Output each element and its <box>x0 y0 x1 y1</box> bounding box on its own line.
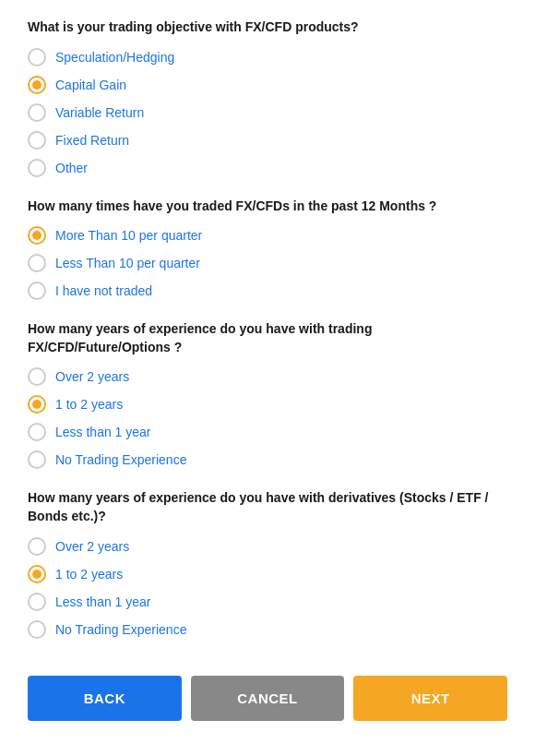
radio-input-1_to_2_years_fx[interactable] <box>28 395 46 414</box>
radio-option-not_traded[interactable]: I have not traded <box>28 282 507 300</box>
radio-label-1_to_2_years_der: 1 to 2 years <box>55 567 123 582</box>
radio-label-other: Other <box>55 161 88 175</box>
radio-option-less_than_1_der[interactable]: Less than 1 year <box>28 593 507 611</box>
radio-input-variable_return[interactable] <box>28 103 46 122</box>
radio-label-fixed_return: Fixed Return <box>55 133 129 148</box>
back-button[interactable]: BACK <box>28 676 182 721</box>
radio-option-1_to_2_years_fx[interactable]: 1 to 2 years <box>28 395 507 414</box>
question-block-derivatives_experience: How many years of experience do you have… <box>28 489 507 638</box>
cancel-button[interactable]: CANCEL <box>191 676 345 721</box>
radio-option-variable_return[interactable]: Variable Return <box>28 103 507 122</box>
radio-input-speculation_hedging[interactable] <box>28 48 46 66</box>
question-label-derivatives_experience: How many years of experience do you have… <box>28 489 507 525</box>
radio-input-more_than_10[interactable] <box>28 226 46 245</box>
radio-input-fixed_return[interactable] <box>28 131 46 150</box>
radio-option-no_experience_der[interactable]: No Trading Experience <box>28 620 507 639</box>
radio-label-not_traded: I have not traded <box>55 283 152 298</box>
radio-input-1_to_2_years_der[interactable] <box>28 565 46 583</box>
radio-input-not_traded[interactable] <box>28 282 46 300</box>
radio-option-less_than_1_fx[interactable]: Less than 1 year <box>28 423 507 441</box>
radio-input-no_experience_fx[interactable] <box>28 450 46 469</box>
radio-option-other[interactable]: Other <box>28 159 507 177</box>
radio-option-more_than_10[interactable]: More Than 10 per quarter <box>28 226 507 245</box>
radio-option-speculation_hedging[interactable]: Speculation/Hedging <box>28 48 507 66</box>
radio-input-capital_gain[interactable] <box>28 76 46 94</box>
radio-input-less_than_1_fx[interactable] <box>28 423 46 441</box>
question-label-times_traded: How many times have you traded FX/CFDs i… <box>28 198 507 216</box>
radio-input-over_2_years_fx[interactable] <box>28 367 46 386</box>
radio-option-over_2_years_der[interactable]: Over 2 years <box>28 537 507 556</box>
radio-input-less_than_1_der[interactable] <box>28 593 46 611</box>
radio-input-other[interactable] <box>28 159 46 177</box>
next-button[interactable]: NEXT <box>353 676 507 721</box>
radio-option-no_experience_fx[interactable]: No Trading Experience <box>28 450 507 469</box>
radio-input-less_than_10[interactable] <box>28 254 46 272</box>
radio-label-over_2_years_fx: Over 2 years <box>55 369 129 384</box>
radio-label-no_experience_der: No Trading Experience <box>55 622 186 637</box>
radio-option-fixed_return[interactable]: Fixed Return <box>28 131 507 150</box>
radio-label-more_than_10: More Than 10 per quarter <box>55 228 202 243</box>
radio-input-over_2_years_der[interactable] <box>28 537 46 556</box>
question-label-trading_objective: What is your trading objective with FX/C… <box>28 18 507 37</box>
radio-label-capital_gain: Capital Gain <box>55 78 126 92</box>
radio-label-no_experience_fx: No Trading Experience <box>55 452 186 467</box>
question-block-trading_objective: What is your trading objective with FX/C… <box>28 18 507 177</box>
radio-label-1_to_2_years_fx: 1 to 2 years <box>55 397 123 412</box>
question-label-fx_experience: How many years of experience do you have… <box>28 320 507 356</box>
radio-label-less_than_1_der: Less than 1 year <box>55 594 151 609</box>
radio-label-over_2_years_der: Over 2 years <box>55 539 129 554</box>
radio-input-no_experience_der[interactable] <box>28 620 46 639</box>
radio-label-less_than_1_fx: Less than 1 year <box>55 425 151 439</box>
radio-label-less_than_10: Less Than 10 per quarter <box>55 256 200 270</box>
radio-option-over_2_years_fx[interactable]: Over 2 years <box>28 367 507 386</box>
radio-option-capital_gain[interactable]: Capital Gain <box>28 76 507 94</box>
radio-option-1_to_2_years_der[interactable]: 1 to 2 years <box>28 565 507 583</box>
question-block-fx_experience: How many years of experience do you have… <box>28 320 507 469</box>
radio-label-speculation_hedging: Speculation/Hedging <box>55 50 174 65</box>
question-block-times_traded: How many times have you traded FX/CFDs i… <box>28 198 507 301</box>
radio-option-less_than_10[interactable]: Less Than 10 per quarter <box>28 254 507 272</box>
radio-label-variable_return: Variable Return <box>55 105 144 120</box>
